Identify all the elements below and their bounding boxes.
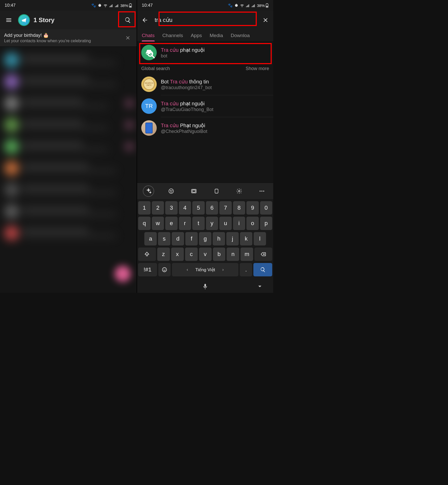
key-0[interactable]: 0 bbox=[260, 201, 272, 215]
key-n[interactable]: n bbox=[227, 248, 239, 261]
clipboard-icon bbox=[213, 188, 220, 194]
chat-row[interactable] bbox=[0, 92, 137, 114]
show-more-link[interactable]: Show more bbox=[246, 66, 269, 71]
key-x[interactable]: x bbox=[171, 248, 184, 261]
key-u[interactable]: u bbox=[219, 217, 232, 230]
key-j[interactable]: j bbox=[226, 232, 239, 245]
key-v[interactable]: v bbox=[199, 248, 212, 261]
global-search-header: Global search Show more bbox=[137, 63, 273, 73]
battery-indicator: 38% bbox=[257, 3, 269, 8]
key-1[interactable]: 1 bbox=[138, 201, 151, 215]
tab-media[interactable]: Media bbox=[210, 29, 223, 41]
result-subtitle: @TraCuuGiaoThong_Bot bbox=[161, 107, 269, 112]
key-emoji[interactable] bbox=[158, 263, 171, 276]
result-global-1[interactable]: SEARCHINFO Bot Tra cứu thông tin @tracuu… bbox=[137, 73, 273, 95]
tab-apps[interactable]: Apps bbox=[191, 29, 202, 41]
key-8[interactable]: 8 bbox=[233, 201, 245, 215]
key-shift[interactable] bbox=[138, 248, 156, 261]
highlight-search-button bbox=[118, 11, 136, 27]
chat-row[interactable] bbox=[0, 71, 137, 92]
key-p[interactable]: p bbox=[260, 217, 272, 230]
key-a[interactable]: a bbox=[144, 232, 157, 245]
chat-row[interactable] bbox=[0, 114, 137, 136]
chat-list[interactable] bbox=[0, 47, 137, 293]
highlight-search-input bbox=[159, 12, 257, 26]
backspace-icon bbox=[261, 251, 266, 257]
key-h[interactable]: h bbox=[213, 232, 225, 245]
key-o[interactable]: o bbox=[246, 217, 259, 230]
arrow-left-icon bbox=[142, 17, 148, 23]
key-9[interactable]: 9 bbox=[246, 201, 259, 215]
tab-downloads[interactable]: Downloa bbox=[231, 29, 250, 41]
key-4[interactable]: 4 bbox=[179, 201, 191, 215]
svg-rect-4 bbox=[267, 3, 268, 4]
clear-search-button[interactable] bbox=[260, 14, 271, 26]
result-global-3[interactable]: Tra cứu Phạt nguội @CheckPhatNguoiBot bbox=[137, 117, 273, 139]
key-w[interactable]: w bbox=[152, 217, 164, 230]
svg-rect-5 bbox=[266, 6, 268, 7]
close-icon bbox=[125, 35, 130, 40]
key-l[interactable]: l bbox=[254, 232, 266, 245]
key-m[interactable]: m bbox=[240, 248, 253, 261]
status-bar: 10:47 🐾 38% bbox=[0, 0, 137, 11]
chat-row[interactable] bbox=[0, 179, 137, 201]
key-t[interactable]: t bbox=[192, 217, 205, 230]
chat-row[interactable] bbox=[0, 136, 137, 157]
telegram-logo bbox=[18, 14, 30, 26]
key-search[interactable] bbox=[253, 263, 272, 276]
key-q[interactable]: q bbox=[138, 217, 151, 230]
key-period[interactable]: . bbox=[240, 263, 252, 276]
chat-row[interactable] bbox=[0, 157, 137, 179]
battery-indicator: 38% bbox=[120, 3, 132, 8]
key-space[interactable]: ‹ Tiếng Việt › bbox=[172, 263, 239, 276]
kb-gif-button[interactable] bbox=[188, 185, 200, 197]
key-6[interactable]: 6 bbox=[206, 201, 218, 215]
chat-row[interactable] bbox=[0, 201, 137, 222]
back-button[interactable] bbox=[139, 14, 151, 26]
global-search-label: Global search bbox=[141, 66, 170, 71]
key-c[interactable]: c bbox=[185, 248, 198, 261]
kb-clipboard-button[interactable] bbox=[211, 185, 222, 197]
kb-settings-button[interactable] bbox=[234, 185, 245, 197]
key-3[interactable]: 3 bbox=[165, 201, 178, 215]
menu-button[interactable] bbox=[3, 14, 14, 26]
key-k[interactable]: k bbox=[240, 232, 252, 245]
chat-row[interactable] bbox=[0, 49, 137, 71]
tab-chats[interactable]: Chats bbox=[142, 29, 155, 41]
key-b[interactable]: b bbox=[213, 248, 226, 261]
key-d[interactable]: d bbox=[172, 232, 184, 245]
key-i[interactable]: i bbox=[233, 217, 245, 230]
key-y[interactable]: y bbox=[206, 217, 218, 230]
paw-icon: 🐾 bbox=[228, 3, 233, 8]
birthday-banner[interactable]: Add your birthday! 🎂 Let your contacts k… bbox=[0, 29, 137, 47]
alarm-icon bbox=[98, 3, 102, 7]
key-s[interactable]: s bbox=[158, 232, 170, 245]
key-g[interactable]: g bbox=[199, 232, 211, 245]
close-icon bbox=[262, 17, 269, 23]
key-5[interactable]: 5 bbox=[192, 201, 205, 215]
collapse-keyboard-icon[interactable] bbox=[257, 283, 263, 290]
status-right: 🐾 38% bbox=[91, 3, 132, 8]
key-backspace[interactable] bbox=[254, 248, 272, 261]
key-2[interactable]: 2 bbox=[152, 201, 164, 215]
svg-point-20 bbox=[165, 269, 165, 269]
key-f[interactable]: f bbox=[185, 232, 198, 245]
compose-fab[interactable] bbox=[114, 266, 131, 282]
tab-channels[interactable]: Channels bbox=[162, 29, 183, 41]
gear-icon bbox=[236, 188, 242, 194]
key-z[interactable]: z bbox=[157, 248, 170, 261]
kb-ai-button[interactable] bbox=[143, 185, 154, 197]
mic-icon[interactable] bbox=[202, 283, 208, 290]
search-icon bbox=[260, 267, 266, 273]
key-e[interactable]: e bbox=[165, 217, 178, 230]
banner-close-button[interactable] bbox=[123, 33, 132, 42]
kb-more-button[interactable] bbox=[256, 185, 268, 197]
key-symbols[interactable]: !#1 bbox=[138, 263, 157, 276]
kb-emoji-button[interactable] bbox=[165, 185, 177, 197]
result-global-2[interactable]: TR Tra cứu phạt nguội @TraCuuGiaoThong_B… bbox=[137, 95, 273, 117]
phone-right: 10:47 🐾 38% Chats Channels Apps Media Do… bbox=[137, 0, 273, 293]
keyboard: 1234567890 qwertyuiop asdfghjkl zxcvbnm … bbox=[137, 199, 273, 280]
key-7[interactable]: 7 bbox=[219, 201, 232, 215]
chat-row[interactable] bbox=[0, 222, 137, 244]
key-r[interactable]: r bbox=[179, 217, 191, 230]
